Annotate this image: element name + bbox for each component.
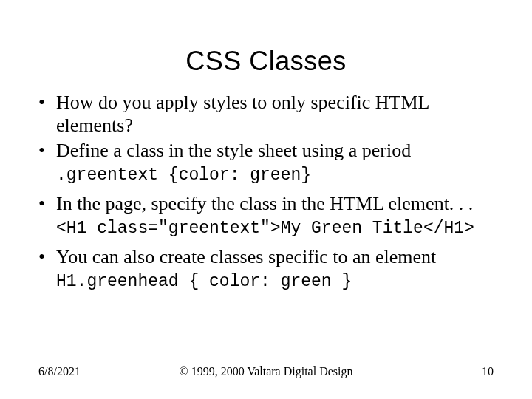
bullet-item: Define a class in the style sheet using … [38,140,502,163]
slide-footer: 6/8/2021 © 1999, 2000 Valtara Digital De… [0,365,532,378]
footer-page-number: 10 [482,365,494,378]
slide-body: How do you apply styles to only specific… [0,92,532,292]
code-snippet: H1.greenhead { color: green } [38,272,502,292]
bullet-item: How do you apply styles to only specific… [38,92,502,137]
bullet-list: You can also create classes specific to … [38,246,502,269]
bullet-item: You can also create classes specific to … [38,246,502,269]
code-snippet: .greentext {color: green} [38,166,502,185]
footer-date: 6/8/2021 [38,365,81,378]
slide-title: CSS Classes [0,0,532,90]
bullet-item: In the page, specify the class in the HT… [38,193,502,216]
bullet-list: How do you apply styles to only specific… [38,92,502,163]
bullet-list: In the page, specify the class in the HT… [38,193,502,216]
code-snippet: <H1 class="greentext">My Green Title</H1… [38,219,502,239]
slide: CSS Classes How do you apply styles to o… [0,0,532,399]
